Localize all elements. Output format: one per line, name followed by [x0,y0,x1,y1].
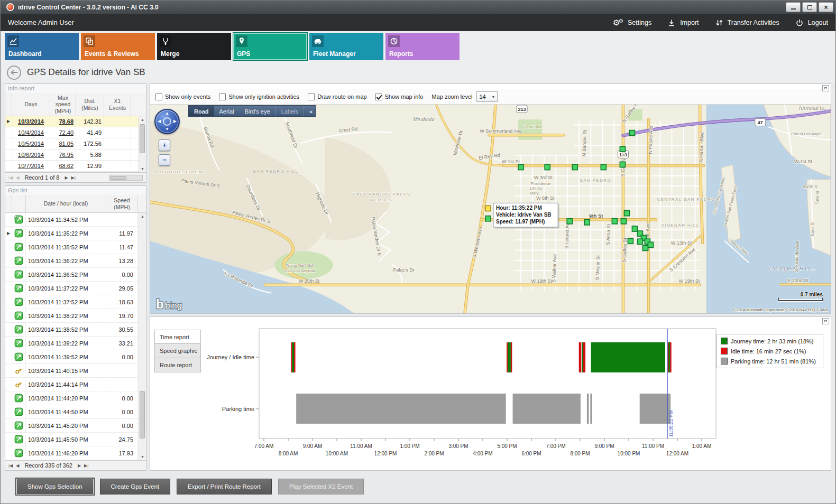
show-map-info-checkbox[interactable] [375,94,382,100]
route-marker[interactable] [624,211,629,216]
route-marker[interactable] [629,130,635,136]
info-report-row[interactable]: 10/5/201481.05172.56 [5,138,139,150]
gps-list-row[interactable]: 10/3/2014 11:36:22 PM13.28 [5,254,139,268]
day-cell[interactable]: 10/3/2014 [12,116,50,127]
map-style-labels[interactable]: Labels [275,106,304,116]
route-marker[interactable] [628,238,633,244]
settings-button[interactable]: ⚙⚙ Settings [613,18,651,27]
scroll-up-icon[interactable]: ▲ [139,213,146,220]
column-distance[interactable]: Dist. (Miles) [76,93,104,116]
max-speed-cell[interactable]: 78.68 [50,116,76,127]
info-report-row[interactable]: ▶10/3/201478.68142.31 [5,116,139,127]
next-page-button[interactable]: ▶ [78,463,81,468]
tab-speed-graphic[interactable]: Speed graphic [154,344,201,358]
show-only-ignition-checkbox[interactable] [219,94,226,100]
pan-down-icon[interactable]: ▼ [165,127,169,132]
route-marker[interactable] [567,219,572,224]
day-cell[interactable]: 10/5/2014 [12,138,50,149]
first-page-button[interactable]: |◀ [8,175,13,180]
gps-list-row[interactable]: 10/3/2014 11:38:22 PM19.70 [5,309,139,323]
prev-page-button[interactable]: ◀ [16,175,19,180]
gps-list-row[interactable]: 10/3/2014 11:38:52 PM30.55 [5,323,139,337]
minimize-button[interactable] [786,2,801,12]
export-print-route-report-button[interactable]: Export / Print Route Report [177,479,272,494]
pan-left-icon[interactable]: ◀ [158,119,161,124]
info-report-vertical-scrollbar[interactable]: ▲ ▼ [139,116,146,172]
tab-fleet-manager[interactable]: Fleet Manager [309,33,383,60]
logout-button[interactable]: Logout [795,18,828,27]
show-gps-selection-button[interactable]: Show Gps Selection [16,479,94,494]
show-only-ignition-option[interactable]: Show only ignition activities [219,94,299,100]
gps-list-row[interactable]: 10/3/2014 11:44:50 PM0.00 [5,405,139,419]
create-gps-event-button[interactable]: Create Gps Event [100,479,170,494]
day-cell[interactable]: 10/4/2014 [12,127,50,138]
tab-time-report[interactable]: Time report [154,330,201,344]
scroll-up-icon[interactable]: ▲ [139,116,146,123]
gps-list-row[interactable]: 10/3/2014 11:44:20 PM0.00 [5,391,139,405]
gps-list-row[interactable]: 10/3/2014 11:34:52 PM [5,213,139,227]
route-marker[interactable] [518,164,523,170]
route-marker[interactable] [485,216,491,221]
panel-collapse-button[interactable] [822,318,829,324]
route-marker[interactable] [648,242,653,247]
gps-list-row[interactable]: 10/3/2014 11:35:52 PM11.47 [5,240,139,254]
tab-merge[interactable]: Merge [157,33,231,60]
show-map-info-option[interactable]: Show map info [375,94,424,100]
column-max-speed[interactable]: Max speed (MPH) [50,93,76,116]
column-days[interactable]: Days [12,93,50,116]
route-marker[interactable] [584,220,590,225]
map-canvas[interactable]: 21311047MiralesteMiraleste DrPeck ParkW … [150,104,831,313]
route-marker[interactable] [545,164,550,170]
zoom-out-button[interactable]: − [159,154,170,166]
map-style-birds-eye[interactable]: Bird's eye [240,106,275,116]
selected-route-marker[interactable] [485,206,491,211]
scroll-down-icon[interactable]: ▼ [139,165,146,172]
maximize-button[interactable] [802,2,817,12]
route-marker[interactable] [612,219,617,224]
map-zoom-select[interactable]: 14 ▼ [476,91,498,102]
panel-collapse-button[interactable] [822,85,829,91]
pan-right-icon[interactable]: ▶ [173,119,177,124]
route-marker[interactable] [620,162,625,167]
tab-route-report[interactable]: Route report [154,358,201,372]
scrollbar-thumb[interactable] [140,391,145,438]
map-bar-collapse-button[interactable]: « [304,106,315,116]
gps-list-row[interactable]: 10/3/2014 11:39:22 PM33.21 [5,337,139,350]
prev-page-button[interactable]: ◀ [16,463,19,468]
info-report-row[interactable]: 10/6/201476.955.88 [5,150,139,161]
route-marker[interactable] [642,245,648,250]
gps-list-row[interactable]: 10/3/2014 11:36:52 PM0.00 [5,268,139,282]
gps-list-row[interactable]: 10/3/2014 11:37:22 PM29.05 [5,282,139,295]
horizontal-scrollbar[interactable] [109,175,143,181]
day-cell[interactable]: 10/6/2014 [12,150,50,160]
last-page-button[interactable]: ▶| [71,175,76,180]
scrollbar-thumb[interactable] [111,176,126,180]
gps-list-row[interactable]: 10/3/2014 11:44:14 PM [5,378,139,391]
tab-reports[interactable]: Reports [385,33,460,60]
draw-route-option[interactable]: Draw route on map [308,94,367,100]
tab-events-reviews[interactable]: Events & Reviews [81,33,155,60]
route-marker[interactable] [621,219,626,224]
max-speed-cell[interactable]: 68.62 [50,161,76,171]
gps-list-row[interactable]: 10/3/2014 11:39:52 PM0.00 [5,350,139,364]
route-marker[interactable] [620,146,625,152]
gps-list-row[interactable]: 10/3/2014 11:45:50 PM24.75 [5,433,139,446]
gps-list-row[interactable]: 10/3/2014 11:45:20 PM0.00 [5,419,139,433]
gps-list-row[interactable]: 10/3/2014 11:40:15 PM [5,364,139,378]
gps-list-vertical-scrollbar[interactable]: ▲ ▼ [139,213,146,460]
transfer-activities-button[interactable]: Transfer Activities [715,18,779,27]
next-page-button[interactable]: ▶ [65,175,68,180]
back-button[interactable] [7,66,21,80]
gps-list-row[interactable]: 10/3/2014 11:37:52 PM18.63 [5,295,139,309]
last-page-button[interactable]: ▶| [84,463,88,468]
scroll-down-icon[interactable]: ▼ [139,453,146,460]
show-only-events-option[interactable]: Show only events [155,94,210,100]
column-speed[interactable]: Speed (MPH) [106,195,138,212]
column-date-hour[interactable]: Date / hour (local) [26,195,106,212]
info-report-row[interactable]: 10/7/201468.6212.99 [5,161,139,172]
first-page-button[interactable]: |◀ [8,463,13,468]
gps-list-row[interactable]: ▶10/3/2014 11:35:22 PM11.97 [5,227,139,240]
import-button[interactable]: Import [667,18,699,27]
day-cell[interactable]: 10/7/2014 [12,161,50,171]
draw-route-checkbox[interactable] [308,94,315,100]
